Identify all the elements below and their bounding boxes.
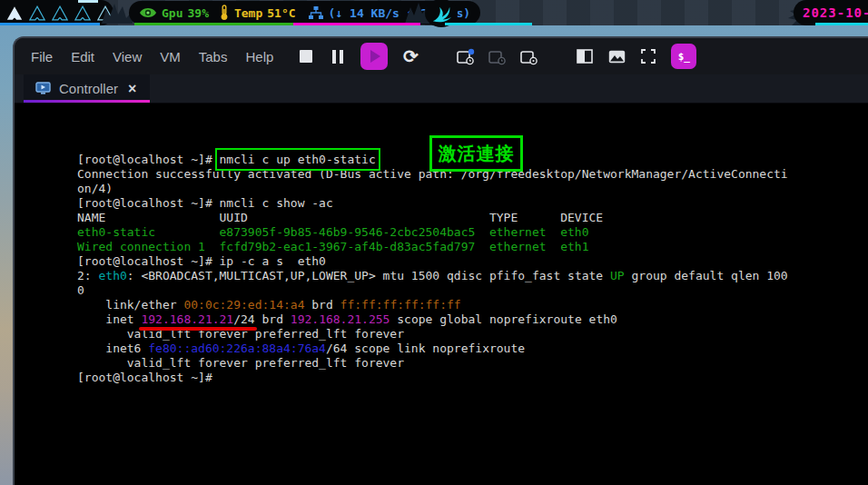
menu-file[interactable]: File <box>22 45 62 69</box>
terminal-line: [root@localhost ~]# ip -c a s eth0 <box>77 254 868 269</box>
terminal-text: eth0 <box>98 269 126 282</box>
terminal-line: valid_lft forever preferred_lft forever <box>77 356 868 371</box>
terminal-text: inet6 <box>77 341 148 355</box>
terminal-text: : <BROADCAST,MULTICAST,UP,LOWER_UP> mtu … <box>127 269 610 282</box>
screenshot-button[interactable] <box>607 44 626 69</box>
terminal-line: eth0-static e873905f-9b85-46b9-9546-2cbc… <box>77 225 868 240</box>
stop-button[interactable] <box>297 44 315 69</box>
network-underline <box>293 23 420 25</box>
terminal-button[interactable]: $_ <box>671 44 696 69</box>
terminal-line: on/4) <box>77 182 868 196</box>
stop-icon <box>300 50 312 63</box>
focused-workspace-indicator <box>78 0 98 3</box>
play-icon <box>370 50 380 63</box>
activate-connection-annotation: 激活連接 <box>429 135 523 172</box>
terminal-text: fe80::ad60:226a:88a4:76a4 <box>148 341 326 355</box>
pause-icon <box>340 50 343 64</box>
terminal-line: link/ether 00:0c:29:ed:14:a4 brd ff:ff:f… <box>77 298 868 312</box>
gpu-label: Gpu <box>162 6 182 20</box>
terminal-text: 192.168.21.255 <box>291 312 390 326</box>
terminal-text: group default qlen 100 <box>625 269 788 282</box>
terminal-text: [root@localhost ~]# <box>77 371 212 384</box>
tab-controller[interactable]: Controller × <box>24 74 150 103</box>
pause-icon <box>332 50 336 64</box>
tab-close-button[interactable]: × <box>126 81 138 97</box>
underlined-text: 192.168.21.21/24 <box>141 312 254 327</box>
red-underline-annotation <box>139 327 256 331</box>
vm-manager-window: File Edit View VM Tabs Help ⟳ <box>13 36 868 485</box>
snapshot-disabled-button <box>488 44 507 69</box>
clock-widget: 2023-10-2 <box>794 0 868 25</box>
terminal-text: brd <box>304 298 340 312</box>
temp-label: Temp <box>234 6 262 20</box>
toolbar: ⟳ $_ <box>297 43 696 70</box>
run-button[interactable] <box>360 43 388 70</box>
terminal-line: inet6 fe80::ad60:226a:88a4:76a4/64 scope… <box>77 341 868 356</box>
active-tab-indicator <box>24 100 150 103</box>
status-bar: Gpu 39% Temp 51°C (↓ 14 KB/s ↑ 2 KB/s) 2… <box>0 0 868 25</box>
network-icon <box>308 5 324 20</box>
dragon-underline <box>445 23 532 25</box>
snapshot-restore-button[interactable] <box>457 44 475 69</box>
flame-decoration <box>102 2 133 24</box>
terminal-icon: $_ <box>678 51 690 63</box>
terminal-text: inet <box>77 312 141 326</box>
terminal-text: Wired connection 1 fcfd79b2-eac1-3967-af… <box>77 240 589 253</box>
activate-connection-label: 激活連接 <box>439 146 515 161</box>
terminal-line: 0 <box>77 283 868 298</box>
temp-value: 51°C <box>267 6 295 20</box>
terminal-line: NAME UUID TYPE DEVICE <box>77 211 868 225</box>
terminal-line: 2: eth0: <BROADCAST,MULTICAST,UP,LOWER_U… <box>77 269 868 283</box>
dragon-icon <box>430 4 452 24</box>
menu-help[interactable]: Help <box>236 45 282 69</box>
terminal-text: [root@localhost ~]# <box>77 153 220 166</box>
terminal-text: [root@localhost ~]# ip -c a s eth0 <box>77 254 326 268</box>
terminal-text: brd <box>255 312 291 326</box>
terminal-text: on/4) <box>77 182 113 195</box>
snapshot-save-button[interactable] <box>520 44 538 69</box>
gpu-underline <box>134 23 293 25</box>
snapshot-clock-icon <box>457 48 475 65</box>
terminal-text: 00:0c:29:ed:14:a4 <box>183 298 304 312</box>
workspace-logo-active-icon[interactable] <box>6 5 23 21</box>
terminal-text: 0 <box>77 283 84 297</box>
date-text: 2023-10-2 <box>803 5 868 20</box>
terminal-line: Wired connection 1 fcfd79b2-eac1-3967-af… <box>77 240 868 254</box>
clock-underline <box>815 23 868 25</box>
snapshot-new-icon <box>520 48 538 65</box>
vm-monitor-icon <box>35 82 51 95</box>
menu-tabs[interactable]: Tabs <box>190 45 237 69</box>
fullscreen-button[interactable] <box>639 44 657 69</box>
workspace-switcher <box>0 0 113 25</box>
terminal-text: /64 scope link noprefixroute <box>326 341 525 355</box>
workspace-logo-icon[interactable] <box>52 5 68 21</box>
terminal-line: [root@localhost ~]# <box>77 371 868 385</box>
menu-view[interactable]: View <box>104 45 151 69</box>
image-icon <box>608 50 626 64</box>
menu-vm[interactable]: VM <box>151 45 190 69</box>
fullscreen-icon <box>641 49 656 64</box>
refresh-button[interactable]: ⟳ <box>401 44 419 69</box>
terminal-text: valid_lft forever preferred_lft forever <box>77 356 404 370</box>
terminal-text: [root@localhost ~]# nmcli c show -ac <box>77 196 333 210</box>
terminal-text: NAME UUID TYPE DEVICE <box>77 211 603 224</box>
desktop: { "topbar": { "gpu_label": "Gpu", "gpu_v… <box>0 0 868 485</box>
terminal-text: UP <box>610 269 625 282</box>
terminal-text: 192.168.21.21 <box>141 312 233 326</box>
workspace-logo-icon[interactable] <box>29 5 45 21</box>
terminal-line: inet 192.168.21.21/24 brd 192.168.21.255… <box>77 312 868 327</box>
terminal-text: eth0-static e873905f-9b85-46b9-9546-2cbc… <box>77 225 589 239</box>
terminal-text: /24 <box>233 312 254 326</box>
menubar: File Edit View VM Tabs Help ⟳ <box>15 38 868 74</box>
workspace-logo-icon[interactable] <box>74 5 91 21</box>
terminal-text: scope global noprefixroute eth0 <box>390 312 616 326</box>
menu-edit[interactable]: Edit <box>62 45 104 69</box>
tab-label: Controller <box>59 81 118 96</box>
workspace-underline <box>0 23 100 25</box>
gpu-value: 39% <box>187 6 208 20</box>
toggle-sidebar-button[interactable] <box>576 44 594 69</box>
terminal-output: [root@localhost ~]# nmcli c up eth0-stat… <box>77 153 868 385</box>
pause-button[interactable] <box>329 44 347 69</box>
terminal-text: 2: <box>77 269 98 282</box>
terminal-screen[interactable]: [root@localhost ~]# nmcli c up eth0-stat… <box>15 104 868 485</box>
